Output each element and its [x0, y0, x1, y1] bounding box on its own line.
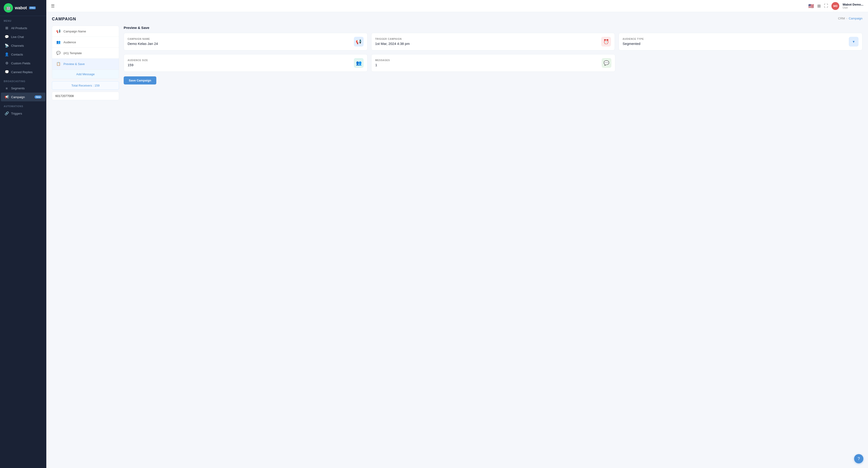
- sidebar-item-label: Custom Fields: [11, 62, 30, 65]
- user-name: Wabot Demo...: [842, 3, 863, 6]
- preview-card-content: AUDIENCE SIZE 159: [128, 59, 148, 67]
- preview-card-value: 1: [375, 63, 390, 67]
- sidebar-item-label: Canned Replies: [11, 70, 33, 74]
- sidebar-item-custom-fields[interactable]: ⚙ Custom Fields: [1, 59, 45, 68]
- preview-card-content: TRIGGER CAMPAIGN 1st Mar, 2024 4:38 pm: [375, 38, 410, 45]
- header-right: 🇺🇸 ⊞ ⛶ WD Wabot Demo... User: [808, 2, 863, 10]
- segments-icon: ≡: [5, 86, 9, 90]
- sidebar-item-triggers[interactable]: 🔗 Triggers: [1, 109, 45, 118]
- campaign-icon: 📢: [5, 95, 9, 99]
- audience-step-icon: 👥: [56, 40, 61, 44]
- sidebar-item-label: Campaign: [11, 95, 25, 99]
- logo-badge: PRO: [29, 6, 36, 9]
- wizard-step-label: Preview & Save: [63, 62, 85, 66]
- sidebar-item-contacts[interactable]: 👤 Contacts: [1, 50, 45, 59]
- sidebar: 🤖 wabot PRO MENU ⊞ All Products 💬 Live C…: [0, 0, 46, 468]
- new-badge: New: [34, 95, 42, 99]
- sidebar-item-channels[interactable]: 📡 Channels: [1, 41, 45, 50]
- template-step-icon: 💬: [56, 51, 61, 55]
- preview-card-trigger-campaign: TRIGGER CAMPAIGN 1st Mar, 2024 4:38 pm ⏰: [371, 33, 615, 51]
- breadcrumb: CRM › Campaign: [838, 16, 863, 20]
- add-message-button[interactable]: Add Message: [52, 69, 119, 79]
- total-receivers: Total Receivers : 159: [52, 81, 119, 90]
- preview-card-value: Demo Kelas Jan 24: [128, 42, 158, 45]
- preview-card-empty: [619, 54, 863, 72]
- custom-fields-icon: ⚙: [5, 61, 9, 65]
- preview-card-content: CAMPAIGN NAME Demo Kelas Jan 24: [128, 38, 158, 45]
- language-flag[interactable]: 🇺🇸: [808, 3, 814, 9]
- wizard-step-label: (#1) Template: [63, 52, 82, 55]
- preview-panel-title: Preview & Save: [124, 26, 863, 30]
- phone-number: 60172077008: [52, 92, 119, 100]
- chat-icon: 💬: [5, 35, 9, 39]
- contacts-icon: 👤: [5, 52, 9, 57]
- save-campaign-button[interactable]: Save Campaign: [124, 76, 156, 85]
- page-header: CAMPAIGN CRM › Campaign: [52, 16, 863, 22]
- sidebar-item-live-chat[interactable]: 💬 Live Chat: [1, 32, 45, 41]
- preview-card-label: TRIGGER CAMPAIGN: [375, 38, 410, 40]
- preview-step-icon: 📋: [56, 62, 61, 66]
- breadcrumb-current: Campaign: [849, 16, 863, 20]
- audience-size-card-icon: 👥: [354, 58, 364, 68]
- wizard-step-campaign-name[interactable]: 📢 Campaign Name: [52, 26, 119, 37]
- breadcrumb-separator: ›: [846, 16, 847, 20]
- messages-card-icon: 💬: [602, 58, 611, 68]
- campaign-name-step-icon: 📢: [56, 29, 61, 33]
- sidebar-item-campaign[interactable]: 📢 Campaign New: [1, 93, 45, 101]
- logo-icon: 🤖: [4, 3, 13, 12]
- canned-replies-icon: 💭: [5, 70, 9, 74]
- grid-icon: ⊞: [5, 26, 9, 30]
- help-icon: ?: [858, 457, 860, 461]
- sidebar-item-label: Triggers: [11, 112, 22, 115]
- header-left: ☰: [51, 3, 55, 8]
- broadcasting-section-label: BROADCASTING: [0, 76, 46, 84]
- menu-section-label: MENU: [0, 16, 46, 24]
- user-info: Wabot Demo... User: [842, 3, 863, 9]
- preview-cards: CAMPAIGN NAME Demo Kelas Jan 24 📢 TRIGGE…: [124, 33, 863, 51]
- preview-panel: Preview & Save CAMPAIGN NAME Demo Kelas …: [124, 26, 863, 85]
- wizard-step-audience[interactable]: 👥 Audience: [52, 37, 119, 48]
- audience-type-card-icon: ▼: [849, 37, 859, 46]
- triggers-icon: 🔗: [5, 111, 9, 115]
- preview-card-value: 1st Mar, 2024 4:38 pm: [375, 42, 410, 45]
- fullscreen-icon[interactable]: ⛶: [824, 3, 828, 8]
- sidebar-item-label: Channels: [11, 44, 24, 47]
- wizard-step-template[interactable]: 💬 (#1) Template: [52, 48, 119, 59]
- campaign-layout: 📢 Campaign Name 👥 Audience 💬 (#1) Templa…: [52, 26, 863, 100]
- preview-card-content: AUDIENCE TYPE Segmented: [622, 38, 644, 45]
- preview-card-messages: MESSAGES 1 💬: [371, 54, 615, 72]
- sidebar-logo: 🤖 wabot PRO: [0, 0, 46, 16]
- preview-card-value: Segmented: [622, 42, 644, 45]
- hamburger-button[interactable]: ☰: [51, 3, 55, 8]
- preview-card-label: CAMPAIGN NAME: [128, 38, 158, 40]
- logo-text: wabot: [15, 5, 27, 10]
- sidebar-item-all-products[interactable]: ⊞ All Products: [1, 24, 45, 32]
- user-role: User: [842, 6, 863, 9]
- automations-section-label: AUTOMATIONS: [0, 101, 46, 109]
- sidebar-item-canned-replies[interactable]: 💭 Canned Replies: [1, 68, 45, 76]
- grid-view-icon[interactable]: ⊞: [817, 3, 821, 8]
- wizard-panel: 📢 Campaign Name 👥 Audience 💬 (#1) Templa…: [52, 26, 119, 100]
- campaign-name-card-icon: 📢: [354, 37, 364, 46]
- help-button[interactable]: ?: [854, 454, 863, 463]
- sidebar-item-label: Contacts: [11, 53, 23, 56]
- user-avatar[interactable]: WD: [831, 2, 839, 10]
- preview-card-content: MESSAGES 1: [375, 59, 390, 67]
- preview-card-label: AUDIENCE TYPE: [622, 38, 644, 40]
- wizard-step-preview-save[interactable]: 📋 Preview & Save: [52, 59, 119, 69]
- sidebar-item-segments[interactable]: ≡ Segments: [1, 84, 45, 93]
- sidebar-item-label: All Products: [11, 26, 27, 30]
- preview-card-audience-type: AUDIENCE TYPE Segmented ▼: [619, 33, 863, 51]
- wizard-step-label: Campaign Name: [63, 30, 86, 33]
- channels-icon: 📡: [5, 43, 9, 48]
- add-message-label: Add Message: [76, 72, 95, 76]
- preview-cards-row2: AUDIENCE SIZE 159 👥 MESSAGES 1 💬: [124, 54, 863, 72]
- trigger-campaign-card-icon: ⏰: [601, 37, 611, 46]
- wizard-step-label: Audience: [63, 40, 76, 44]
- content-area: CAMPAIGN CRM › Campaign 📢 Campaign Name …: [46, 12, 868, 468]
- breadcrumb-parent: CRM: [838, 16, 845, 20]
- sidebar-item-label: Live Chat: [11, 35, 24, 39]
- main-area: ☰ 🇺🇸 ⊞ ⛶ WD Wabot Demo... User CAMPAIGN …: [46, 0, 868, 468]
- preview-card-value: 159: [128, 63, 148, 67]
- header: ☰ 🇺🇸 ⊞ ⛶ WD Wabot Demo... User: [46, 0, 868, 12]
